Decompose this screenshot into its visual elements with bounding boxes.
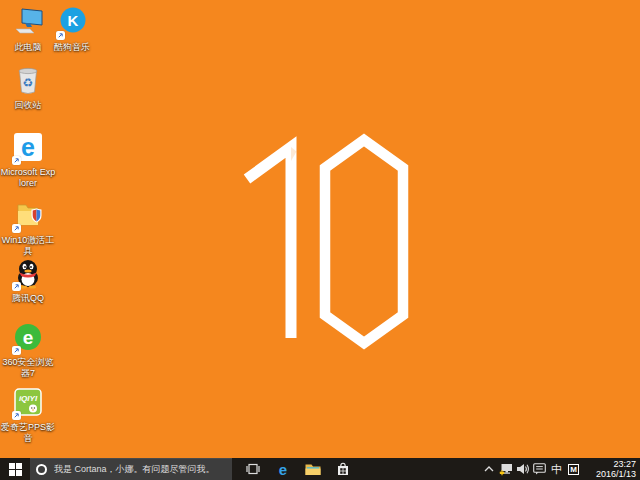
store-button[interactable] xyxy=(328,458,358,480)
network-warning-icon xyxy=(499,463,513,476)
taskbar: 我是 Cortana，小娜。有问题尽管问我。 e xyxy=(0,458,640,480)
edge-taskbar-button[interactable]: e xyxy=(268,458,298,480)
network-status-button[interactable] xyxy=(497,458,514,480)
svg-text:iQIYI: iQIYI xyxy=(19,394,38,403)
file-explorer-icon xyxy=(305,463,321,476)
ime-brand-button[interactable]: M xyxy=(565,458,582,480)
ime-brand-badge: M xyxy=(568,464,579,475)
desktop-icon-label: 爱奇艺PPS影音 xyxy=(0,422,56,444)
shortcut-arrow-icon xyxy=(12,282,21,291)
shortcut-arrow-icon xyxy=(12,346,21,355)
shortcut-arrow-icon xyxy=(12,224,21,233)
windows-logo-icon xyxy=(9,463,22,476)
action-center-button[interactable] xyxy=(531,458,548,480)
desktop-icon-label: 腾讯QQ xyxy=(0,293,56,304)
this-pc-icon xyxy=(11,6,45,40)
file-explorer-button[interactable] xyxy=(298,458,328,480)
desktop-icon-tencent-qq[interactable]: 腾讯QQ xyxy=(0,257,56,304)
shortcut-arrow-icon xyxy=(12,156,21,165)
360-browser-icon: e xyxy=(11,321,45,355)
taskbar-clock[interactable]: 23:27 2016/1/13 xyxy=(582,459,640,479)
action-center-icon xyxy=(533,463,546,475)
desktop-icon-label: 酷狗音乐 xyxy=(44,42,100,53)
start-button[interactable] xyxy=(0,458,30,480)
svg-text:e: e xyxy=(21,133,35,161)
desktop-icon-iqiyi-pps[interactable]: iQIYI 爱奇艺PPS影音 xyxy=(0,386,56,444)
clock-time: 23:27 xyxy=(582,459,636,469)
ime-mode-button[interactable]: 中 xyxy=(548,458,565,480)
speaker-icon xyxy=(516,463,530,475)
svg-text:K: K xyxy=(68,12,79,29)
ime-mode-indicator: 中 xyxy=(551,462,562,477)
recycle-bin-icon: ♻ xyxy=(11,64,45,98)
cortana-search-box[interactable]: 我是 Cortana，小娜。有问题尽管问我。 xyxy=(30,458,232,480)
search-placeholder-text: 我是 Cortana，小娜。有问题尽管问我。 xyxy=(54,463,215,476)
tray-overflow-button[interactable] xyxy=(480,458,497,480)
edge-browser-icon: e xyxy=(11,131,45,165)
task-view-icon xyxy=(245,462,261,476)
desktop-icon-label: 360安全浏览器7 xyxy=(0,357,56,379)
svg-text:♻: ♻ xyxy=(23,76,34,90)
clock-date: 2016/1/13 xyxy=(582,469,636,479)
edge-icon: e xyxy=(279,461,287,478)
shortcut-arrow-icon xyxy=(12,411,21,420)
task-view-button[interactable] xyxy=(238,458,268,480)
kugou-music-icon: K xyxy=(55,6,89,40)
qq-penguin-icon xyxy=(11,257,45,291)
desktop-icon-label: Microsoft Explorer xyxy=(0,167,56,189)
desktop-icon-360-browser[interactable]: e 360安全浏览器7 xyxy=(0,321,56,379)
desktop-icon-microsoft-explorer[interactable]: e Microsoft Explorer xyxy=(0,131,56,189)
desktop-icon-kugou-music[interactable]: K 酷狗音乐 xyxy=(44,6,100,53)
svg-text:e: e xyxy=(23,327,34,348)
system-tray: 中 M 23:27 2016/1/13 xyxy=(480,458,640,480)
shortcut-arrow-icon xyxy=(56,31,65,40)
cortana-circle-icon xyxy=(36,464,47,475)
taskbar-center-icons: e xyxy=(238,458,358,480)
desktop-icon-recycle-bin[interactable]: ♻ 回收站 xyxy=(0,64,56,111)
desktop-icon-win10-activator[interactable]: Win10激活工具 xyxy=(0,199,56,257)
iqiyi-pps-icon: iQIYI xyxy=(11,386,45,420)
store-icon xyxy=(336,462,350,476)
win10-activator-icon xyxy=(11,199,45,233)
chevron-up-icon xyxy=(484,466,494,472)
windows-10-logo xyxy=(238,132,418,350)
desktop-icon-label: Win10激活工具 xyxy=(0,235,56,257)
volume-button[interactable] xyxy=(514,458,531,480)
desktop-icon-label: 回收站 xyxy=(0,100,56,111)
desktop-surface[interactable]: 此电脑 K 酷狗音乐 ♻ 回收站 e xyxy=(0,0,640,458)
